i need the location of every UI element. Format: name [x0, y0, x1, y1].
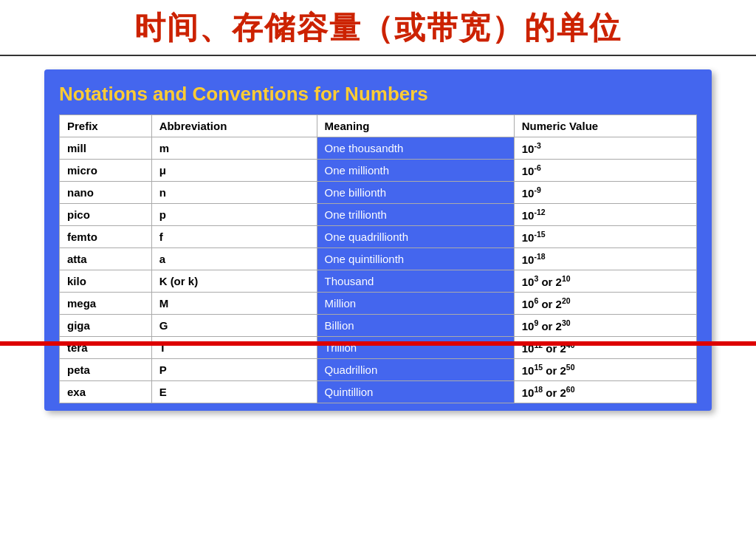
title-bar: 时间、存储容量（或带宽）的单位: [0, 0, 756, 56]
cell-prefix: peta: [60, 359, 152, 381]
cell-numeric: 10-9: [514, 182, 696, 204]
data-table: Prefix Abbreviation Meaning Numeric Valu…: [59, 115, 697, 403]
cell-numeric: 10-12: [514, 204, 696, 226]
cell-meaning: One billionth: [317, 182, 514, 204]
cell-prefix: pico: [60, 204, 152, 226]
cell-numeric: 103 or 210: [514, 270, 696, 293]
table-row: giga G Billion 109 or 230: [60, 315, 697, 337]
table-row: mega M Million 106 or 220: [60, 293, 697, 315]
cell-abbrev: G: [151, 315, 317, 337]
table-row: nano n One billionth 10-9: [60, 182, 697, 204]
cell-abbrev: P: [151, 359, 317, 381]
cell-prefix: mega: [60, 293, 152, 315]
table-row: mill m One thousandth 10-3: [60, 137, 697, 160]
cell-abbrev: a: [151, 248, 317, 270]
cell-prefix: tera: [60, 337, 152, 359]
cell-abbrev: f: [151, 226, 317, 248]
cell-prefix: kilo: [60, 270, 152, 293]
cell-prefix: mill: [60, 137, 152, 160]
cell-abbrev: m: [151, 137, 317, 160]
cell-meaning: One quintillionth: [317, 248, 514, 270]
col-header-prefix: Prefix: [60, 115, 152, 137]
cell-meaning: One trillionth: [317, 204, 514, 226]
cell-abbrev: T: [151, 337, 317, 359]
table-row: pico p One trillionth 10-12: [60, 204, 697, 226]
table-row: atta a One quintillionth 10-18: [60, 248, 697, 270]
table-row: exa E Quintillion 1018 or 260: [60, 381, 697, 403]
cell-meaning: One thousandth: [317, 137, 514, 160]
cell-meaning: Million: [317, 293, 514, 315]
red-line: [0, 341, 756, 346]
cell-prefix: atta: [60, 248, 152, 270]
cell-meaning: Billion: [317, 315, 514, 337]
table-row: tera T Trillion 1012 or 240: [60, 337, 697, 359]
cell-numeric: 10-18: [514, 248, 696, 270]
col-header-numeric: Numeric Value: [514, 115, 696, 137]
cell-prefix: exa: [60, 381, 152, 403]
cell-numeric: 10-15: [514, 226, 696, 248]
cell-prefix: femto: [60, 226, 152, 248]
cell-numeric: 106 or 220: [514, 293, 696, 315]
table-row: micro μ One millionth 10-6: [60, 160, 697, 182]
cell-abbrev: p: [151, 204, 317, 226]
col-header-abbrev: Abbreviation: [151, 115, 317, 137]
cell-numeric: 1015 or 250: [514, 359, 696, 381]
cell-prefix: giga: [60, 315, 152, 337]
cell-abbrev: M: [151, 293, 317, 315]
page-title: 时间、存储容量（或带宽）的单位: [15, 7, 741, 49]
subtitle: Notations and Conventions for Numbers: [59, 83, 697, 106]
cell-numeric: 1012 or 240: [514, 337, 696, 359]
cell-abbrev: K (or k): [151, 270, 317, 293]
main-content: Notations and Conventions for Numbers Pr…: [44, 69, 712, 411]
cell-meaning: Trillion: [317, 337, 514, 359]
table-row: femto f One quadrillionth 10-15: [60, 226, 697, 248]
table-row: kilo K (or k) Thousand 103 or 210: [60, 270, 697, 293]
cell-meaning: Quintillion: [317, 381, 514, 403]
cell-prefix: nano: [60, 182, 152, 204]
table-row: peta P Quadrillion 1015 or 250: [60, 359, 697, 381]
cell-meaning: Quadrillion: [317, 359, 514, 381]
table-header-row: Prefix Abbreviation Meaning Numeric Valu…: [60, 115, 697, 137]
cell-meaning: Thousand: [317, 270, 514, 293]
cell-abbrev: E: [151, 381, 317, 403]
cell-numeric: 10-6: [514, 160, 696, 182]
cell-numeric: 109 or 230: [514, 315, 696, 337]
cell-numeric: 10-3: [514, 137, 696, 160]
cell-meaning: One millionth: [317, 160, 514, 182]
cell-meaning: One quadrillionth: [317, 226, 514, 248]
col-header-meaning: Meaning: [317, 115, 514, 137]
cell-prefix: micro: [60, 160, 152, 182]
cell-numeric: 1018 or 260: [514, 381, 696, 403]
cell-abbrev: n: [151, 182, 317, 204]
cell-abbrev: μ: [151, 160, 317, 182]
